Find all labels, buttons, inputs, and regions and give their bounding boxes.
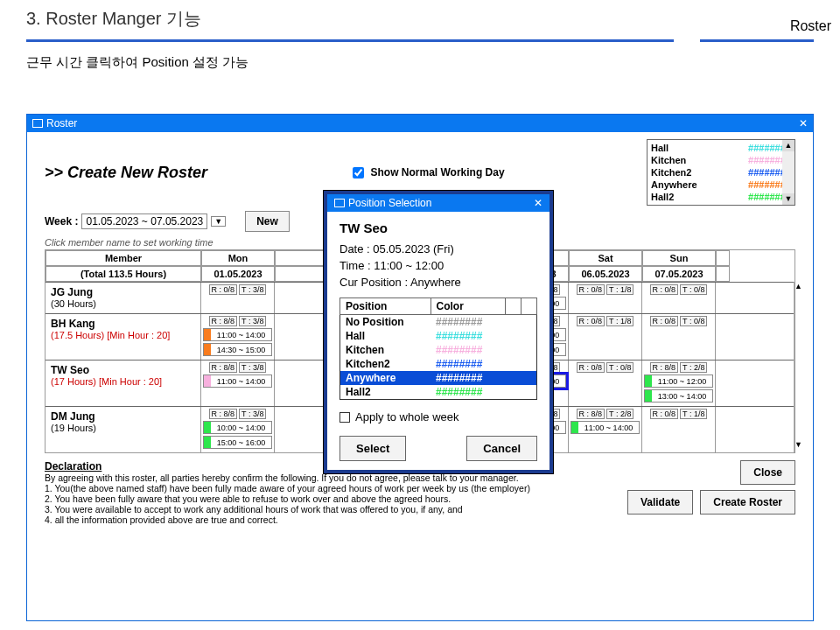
dialog-cur-position: Cur Position : Anywhere (340, 276, 537, 289)
dialog-title: Position Selection (348, 197, 431, 209)
member-cell[interactable]: BH Kang(17.5 Hours) [Min Hour : 20] (46, 314, 201, 360)
show-normal-check-input[interactable] (353, 167, 364, 178)
apply-whole-week-checkbox[interactable]: Apply to whole week (340, 410, 537, 424)
col-blank2 (522, 298, 537, 315)
color-chip (204, 329, 211, 340)
scroll-up-icon[interactable]: ▲ (782, 140, 794, 151)
show-normal-label: Show Normal Working Day (370, 166, 504, 178)
grid-scrollbar[interactable]: ▲ ▼ (794, 282, 794, 452)
day-cell[interactable]: R : 0/8T : 1/8 (642, 407, 716, 452)
create-roster-title: >> Create New Roster (45, 164, 207, 182)
t-badge: T : 3/8 (239, 284, 266, 295)
day-cell[interactable]: R : 8/8T : 3/810:00 ~ 14:0015:00 ~ 16:00 (201, 407, 275, 452)
scroll-spacer (716, 314, 730, 360)
position-color: ######## (430, 371, 506, 385)
t-badge: T : 3/8 (239, 316, 266, 326)
chevron-down-icon[interactable]: ▼ (211, 216, 226, 227)
time-entry[interactable]: 10:00 ~ 14:00 (203, 421, 272, 434)
date-sun: 07.05.2023 (642, 266, 716, 282)
cancel-button[interactable]: Cancel (466, 436, 537, 461)
position-color: ######## (430, 385, 506, 400)
member-name: JG Jung (51, 286, 195, 298)
col-position: Position (340, 298, 431, 315)
r-badge: R : 8/8 (209, 362, 238, 373)
apply-label: Apply to whole week (355, 410, 459, 424)
scroll-down-icon[interactable]: ▼ (782, 193, 794, 205)
day-cell[interactable]: R : 8/8T : 2/811:00 ~ 14:00 (569, 407, 642, 452)
close-icon[interactable]: ✕ (534, 197, 542, 209)
r-badge: R : 0/8 (650, 409, 679, 419)
col-mon: Mon (201, 250, 275, 266)
t-badge: T : 2/8 (606, 409, 634, 419)
t-badge: T : 3/8 (239, 362, 266, 373)
validate-button[interactable]: Validate (627, 490, 693, 514)
show-normal-checkbox[interactable]: Show Normal Working Day (349, 164, 504, 181)
position-name: Kitchen2 (340, 357, 431, 371)
day-cell[interactable]: R : 0/8T : 1/8 (569, 314, 642, 360)
member-name: DM Jung (51, 410, 195, 423)
dialog-date: Date : 05.05.2023 (Fri) (340, 242, 537, 256)
scroll-spacer (716, 360, 730, 406)
date-mon: 01.05.2023 (201, 266, 275, 282)
position-row[interactable]: No Position######## (340, 315, 537, 330)
col-color: Color (430, 298, 506, 315)
legend-scrollbar[interactable]: ▲ ▼ (782, 140, 794, 205)
day-cell[interactable]: R : 0/8T : 1/8 (569, 283, 642, 313)
col-scroll (716, 250, 730, 266)
select-button[interactable]: Select (340, 436, 406, 461)
time-entry[interactable]: 11:00 ~ 14:00 (203, 374, 272, 388)
position-name: No Position (340, 315, 431, 330)
time-entry[interactable]: 11:00 ~ 12:00 (644, 374, 713, 388)
day-cell[interactable]: R : 0/8T : 0/8 (642, 283, 716, 313)
r-badge: R : 8/8 (650, 362, 679, 373)
r-badge: R : 8/8 (209, 409, 238, 419)
create-roster-button[interactable]: Create Roster (700, 490, 795, 514)
legend-item: Hall2######## (651, 191, 791, 203)
color-chip (204, 344, 211, 355)
new-button[interactable]: New (245, 211, 290, 232)
close-icon[interactable]: ✕ (799, 117, 808, 130)
member-cell[interactable]: JG Jung(30 Hours) (46, 283, 201, 313)
position-color: ######## (430, 329, 506, 343)
time-entry[interactable]: 11:00 ~ 14:00 (203, 328, 272, 341)
time-entry[interactable]: 11:00 ~ 14:00 (570, 421, 640, 434)
week-select[interactable]: 01.05.2023 ~ 07.05.2023 (81, 214, 207, 229)
total-hours: (Total 113.5 Hours) (46, 266, 201, 282)
time-entry[interactable]: 15:00 ~ 16:00 (203, 436, 272, 449)
week-label: Week : (45, 215, 78, 228)
col-member: Member (46, 250, 201, 266)
position-row[interactable]: Kitchen2######## (340, 357, 537, 371)
t-badge: T : 0/8 (606, 362, 634, 373)
position-name: Anywhere (340, 371, 431, 385)
position-row[interactable]: Hall######## (340, 329, 537, 343)
t-badge: T : 0/8 (680, 316, 707, 326)
day-cell[interactable]: R : 0/8T : 3/8 (201, 283, 275, 313)
day-cell[interactable]: R : 8/8T : 3/811:00 ~ 14:00 (201, 360, 275, 406)
checkbox-icon[interactable] (340, 412, 350, 423)
header-underline-right (700, 39, 814, 42)
t-badge: T : 0/8 (680, 284, 707, 295)
page-heading: 3. Roster Manger 기능 (0, 0, 228, 34)
position-row[interactable]: Kitchen######## (340, 343, 537, 357)
r-badge: R : 0/8 (577, 284, 606, 295)
day-cell[interactable]: R : 0/8T : 0/8 (642, 314, 716, 360)
day-cell[interactable]: R : 0/8T : 0/8 (569, 360, 642, 406)
day-cell[interactable]: R : 8/8T : 3/811:00 ~ 14:0014:30 ~ 15:00 (201, 314, 275, 360)
position-row[interactable]: Anywhere######## (340, 371, 537, 385)
member-cell[interactable]: DM Jung(19 Hours) (46, 407, 201, 452)
color-chip (571, 422, 578, 433)
time-entry[interactable]: 14:30 ~ 15:00 (203, 343, 272, 356)
entry-text: 13:00 ~ 14:00 (652, 392, 712, 401)
r-badge: R : 0/8 (650, 284, 679, 295)
day-cell[interactable]: R : 8/8T : 2/811:00 ~ 12:0013:00 ~ 14:00 (642, 360, 716, 406)
page-subtitle: 근무 시간 클릭하여 Position 설정 가능 (0, 42, 840, 78)
close-button[interactable]: Close (740, 460, 795, 485)
time-entry[interactable]: 13:00 ~ 14:00 (644, 389, 713, 402)
position-row[interactable]: Hall2######## (340, 385, 537, 400)
entry-text: 11:00 ~ 14:00 (578, 424, 639, 432)
position-name: Hall (340, 329, 431, 343)
member-name: TW Seo (51, 364, 195, 376)
legend-box: Hall########Kitchen########Kitchen2#####… (647, 139, 795, 206)
member-cell[interactable]: TW Seo(17 Hours) [Min Hour : 20] (46, 360, 201, 406)
app-icon (32, 119, 43, 128)
